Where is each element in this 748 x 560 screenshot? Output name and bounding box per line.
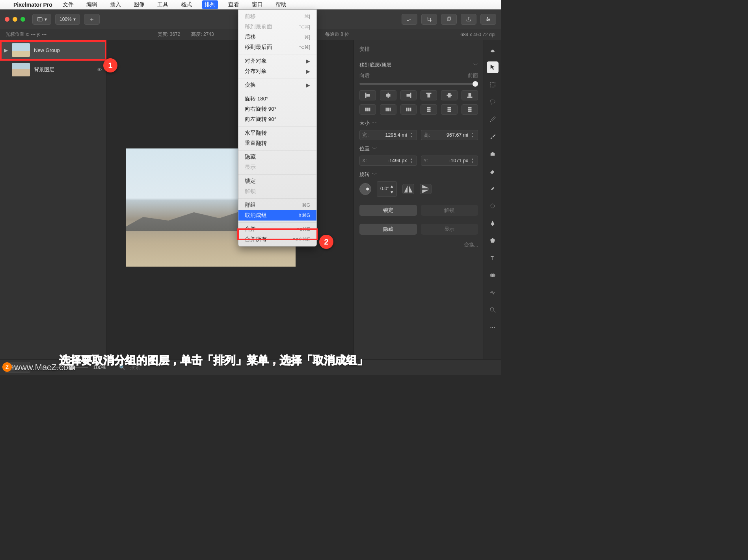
layer-group-row[interactable]: ▶ New Group [0,40,106,60]
menu-item[interactable]: 取消成组⇧⌘G [238,210,316,221]
minimize-window-icon[interactable] [13,17,17,22]
rotation-section[interactable]: 旋转﹀ [359,171,478,178]
zoom-select[interactable]: 100%▾ [55,14,80,25]
align-right-button[interactable] [400,90,417,100]
align-bottom-button[interactable] [461,90,478,100]
marquee-tool-icon[interactable] [487,79,499,91]
menu-format[interactable]: 格式 [179,0,194,9]
y-field[interactable]: Y:-1071 px▴▾ [421,156,478,166]
menu-item[interactable]: 向右旋转 90° [238,104,316,114]
crop-button[interactable] [421,14,437,25]
svg-point-59 [494,327,495,328]
svg-point-57 [490,327,491,328]
flip-horizontal-button[interactable] [402,184,414,194]
menu-file[interactable]: 文件 [60,0,76,9]
eyedropper-tool-icon[interactable] [487,113,499,125]
height-field[interactable]: 高:967.67 mi▴▾ [421,130,478,140]
brush-tool-icon[interactable] [487,131,499,143]
dist-h-right-button[interactable] [400,104,417,115]
layers-panel: ▶ New Group 背景图层 👁 [0,40,106,359]
menu-edit[interactable]: 编辑 [84,0,100,9]
menu-item[interactable]: 分布对象▶ [238,66,316,76]
dist-v-bottom-button[interactable] [461,104,478,115]
more-tools-icon[interactable] [487,321,499,333]
position-section[interactable]: 位置﹀ [359,146,478,152]
svg-point-10 [487,17,488,19]
menu-arrange[interactable]: 排列 [202,0,218,9]
menu-item[interactable]: 锁定 [238,176,316,186]
menu-item[interactable]: 移到最后面⌥⌘[ [238,42,316,52]
sidebar-toggle-button[interactable]: ▾ [32,14,51,25]
order-label[interactable]: 移到底层/顶层 [359,62,391,69]
app-name[interactable]: Pixelmator Pro [13,2,52,8]
menu-item[interactable]: 变换▶ [238,80,316,90]
fill-tool-icon[interactable] [487,148,499,160]
align-center-h-button[interactable] [380,90,396,100]
menu-item[interactable]: 后移⌘[ [238,32,316,42]
settings-button[interactable] [480,14,496,25]
style-tool-icon[interactable] [487,44,499,56]
zoom-tool-icon[interactable] [487,304,499,316]
add-button[interactable] [84,14,100,25]
arrow-tool-icon[interactable] [487,61,499,73]
flip-vertical-button[interactable] [420,184,432,194]
menu-item[interactable]: 向左旋转 90° [238,114,316,124]
menu-item[interactable]: 垂直翻转 [238,138,316,148]
menu-help[interactable]: 帮助 [273,0,289,9]
align-left-button[interactable] [359,90,376,100]
svg-rect-25 [365,108,367,111]
close-window-icon[interactable] [5,17,9,22]
layer-thumbnail [12,63,30,76]
arrange-dropdown: 前移⌘]移到最前面⌥⌘]后移⌘[移到最后面⌥⌘[对齐对象▶分布对象▶变换▶旋转 … [238,9,317,247]
rotation-dial[interactable] [359,183,371,195]
visibility-eye-icon[interactable]: 👁 [97,67,102,73]
unlock-button[interactable]: 解锁 [421,205,478,216]
chevron-down-icon[interactable]: ﹀ [473,62,478,69]
eraser-tool-icon[interactable] [487,165,499,177]
width-field[interactable]: 宽:1295.4 mi▴▾ [359,130,417,140]
menu-item[interactable]: 对齐对象▶ [238,56,316,66]
duplicate-button[interactable] [441,14,457,25]
shape-tool-icon[interactable] [487,200,499,212]
layer-bg-row[interactable]: 背景图层 👁 [0,60,106,80]
transform-link[interactable]: 变换... [359,242,478,248]
dist-h-center-button[interactable] [380,104,396,115]
text-tool-icon[interactable]: T [487,252,499,264]
menu-image[interactable]: 图像 [131,0,147,9]
dist-v-top-button[interactable] [421,104,437,115]
align-top-button[interactable] [421,90,437,100]
maximize-window-icon[interactable] [20,17,25,22]
menu-item[interactable]: 合并所有⌥⇧⌘E [238,234,316,245]
color-adjust-button[interactable] [402,14,417,25]
lasso-tool-icon[interactable] [487,96,499,108]
menu-item[interactable]: 旋转 180° [238,94,316,104]
menu-window[interactable]: 窗口 [249,0,265,9]
svg-rect-37 [448,107,451,108]
polygon-tool-icon[interactable] [487,235,499,247]
effects-tool-icon[interactable] [487,287,499,299]
x-field[interactable]: X:-1494 px▴▾ [359,156,417,166]
pen-tool-icon[interactable] [487,217,499,229]
gradient-tool-icon[interactable] [487,269,499,281]
order-slider[interactable] [359,83,478,85]
size-section[interactable]: 大小﹀ [359,120,478,127]
lock-button[interactable]: 锁定 [359,205,417,216]
show-button[interactable]: 显示 [421,224,478,235]
menu-item[interactable]: 群组⌘G [238,200,316,210]
heal-tool-icon[interactable] [487,183,499,195]
dist-v-center-button[interactable] [441,104,458,115]
svg-text:T: T [490,255,493,261]
menu-insert[interactable]: 插入 [108,0,123,9]
z-badge: Z [2,362,12,372]
align-center-v-button[interactable] [441,90,458,100]
disclosure-triangle-icon[interactable]: ▶ [4,47,8,53]
dist-h-left-button[interactable] [359,104,376,115]
rotation-value[interactable]: 0.0° ▴▾ [377,181,397,197]
menu-item[interactable]: 合并⌥⌘E [238,224,316,234]
menu-item[interactable]: 水平翻转 [238,128,316,138]
menu-tools[interactable]: 工具 [155,0,171,9]
share-button[interactable] [461,14,476,25]
menu-item[interactable]: 隐藏 [238,152,316,162]
menu-view[interactable]: 查看 [226,0,242,9]
hide-button[interactable]: 隐藏 [359,224,417,235]
